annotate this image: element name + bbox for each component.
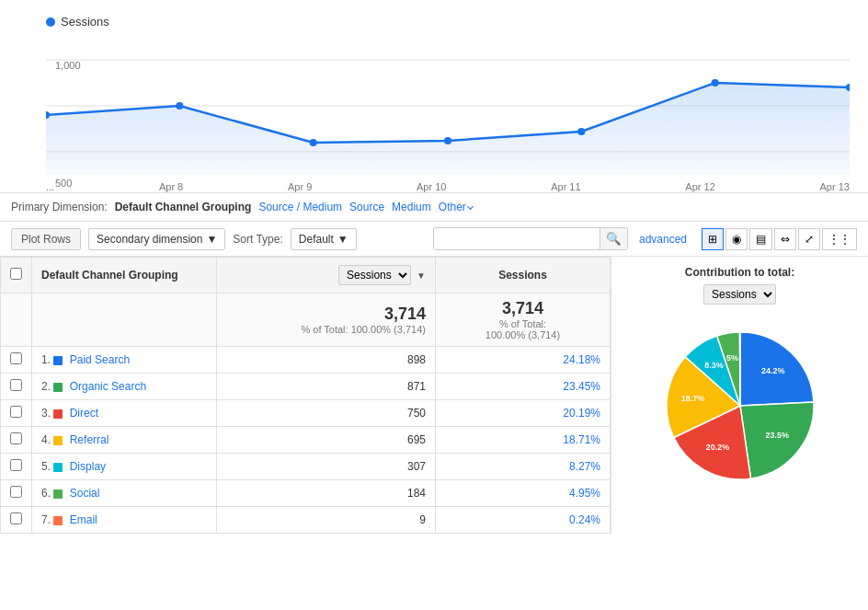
row-pct: 18.71% [435,427,610,454]
x-label-1: Apr 8 [159,181,183,192]
total-label-cell [32,293,217,347]
sort-type-dropdown[interactable]: Default ▼ [291,228,357,250]
row-checkbox[interactable] [10,379,22,391]
row-number: 4. [41,433,51,446]
chart-svg [46,32,850,175]
row-sessions: 307 [217,454,436,480]
total-col3-pct: % of Total: 100.00% (3,714) [445,318,600,340]
pie-label: 23.5% [765,431,789,440]
chart-legend: Sessions [46,9,850,32]
pie-segment [739,332,740,406]
svg-point-6 [310,139,317,146]
chart-container: Sessions 1,000 500 [0,0,868,193]
dim-link-source-medium[interactable]: Source / Medium [258,201,342,213]
secondary-dim-label: Secondary dimension [97,233,202,246]
row-checkbox[interactable] [10,406,22,418]
row-channel-cell: 2. Organic Search [32,374,217,400]
view-grid-button[interactable]: ⊞ [702,228,724,250]
row-checkbox-cell [1,400,32,427]
row-checkbox-cell [1,454,32,480]
channel-link[interactable]: Referral [70,433,109,446]
table-row: 4. Referral 695 18.71% [1,427,611,454]
pie-container: Contribution to total: Sessions 24.2%23.… [611,257,868,534]
channel-color-dot [53,463,63,472]
x-label-5: Apr 12 [685,181,714,192]
col2-select[interactable]: Sessions [338,265,411,285]
row-checkbox[interactable] [10,512,22,524]
channel-link[interactable]: Organic Search [70,380,146,393]
row-channel-cell: 1. Paid Search [32,347,217,374]
channel-link[interactable]: Paid Search [70,353,130,366]
row-pct: 24.18% [435,347,610,374]
x-label-0: ... [46,181,54,192]
pie-select[interactable]: Sessions [703,284,776,305]
row-pct: 4.95% [435,480,610,507]
dim-link-source[interactable]: Source [349,201,384,213]
row-pct: 8.27% [435,454,610,480]
table-row: 3. Direct 750 20.19% [1,400,611,427]
table-row: 5. Display 307 8.27% [1,454,611,480]
row-checkbox-cell [1,507,32,534]
row-checkbox[interactable] [10,486,22,498]
legend-label: Sessions [61,15,109,29]
search-input[interactable] [434,229,600,249]
view-pie-button[interactable]: ◉ [725,228,748,250]
chart-x-labels: ... Apr 8 Apr 9 Apr 10 Apr 11 Apr 12 Apr… [46,178,850,192]
total-sessions-cell: 3,714 % of Total: 100.00% (3,714) [217,293,436,347]
pie-segment [740,402,814,478]
svg-point-9 [712,79,719,86]
data-table-container: Default Channel Grouping Sessions ▼ Sess… [0,257,868,534]
y-label-high: 1,000 [55,60,81,71]
primary-dim-label: Primary Dimension: [11,201,108,213]
advanced-link[interactable]: advanced [639,233,687,246]
row-number: 1. [41,353,51,366]
row-number: 6. [41,487,51,500]
row-checkbox[interactable] [10,459,22,471]
row-pct: 0.24% [435,507,610,534]
channel-color-dot [53,436,63,445]
row-checkbox[interactable] [10,432,22,444]
row-channel-cell: 6. Social [32,480,217,507]
view-compare-button[interactable]: ⇔ [774,228,796,250]
sort-chevron-icon: ▼ [337,233,348,246]
search-icon: 🔍 [606,232,622,246]
total-row: 3,714 % of Total: 100.00% (3,714) 3,714 … [1,293,611,347]
sort-type-label: Sort Type: [233,233,282,246]
row-channel-cell: 5. Display [32,454,217,480]
data-table: Default Channel Grouping Sessions ▼ Sess… [0,257,611,534]
y-label-low: 500 [55,178,81,189]
view-bar-button[interactable]: ▤ [749,228,772,250]
plot-rows-button[interactable]: Plot Rows [11,228,81,250]
channel-link[interactable]: Display [70,460,106,473]
view-pivot-button[interactable]: ⤢ [798,228,820,250]
channel-color-dot [53,516,63,525]
dim-link-medium[interactable]: Medium [392,201,431,213]
row-number: 3. [41,407,51,420]
row-sessions: 750 [217,400,436,427]
row-channel-cell: 7. Email [32,507,217,534]
pie-svg-container: 24.2%23.5%20.2%18.7%8.3%5% [621,314,859,498]
total-col3-cell: 3,714 % of Total: 100.00% (3,714) [435,293,610,347]
other-label: Other [439,201,466,213]
channel-link[interactable]: Email [70,513,97,526]
x-label-4: Apr 11 [551,181,580,192]
total-checkbox-cell [1,293,32,347]
select-all-checkbox[interactable] [10,268,22,280]
sort-arrow-icon: ▼ [417,270,426,281]
col-channel-header: Default Channel Grouping [32,258,217,293]
row-checkbox-cell [1,480,32,507]
row-checkbox[interactable] [10,352,22,364]
other-dropdown[interactable]: Other [439,201,473,213]
view-custom-button[interactable]: ⋮⋮ [822,228,857,250]
search-button[interactable]: 🔍 [600,228,627,249]
table-row: 7. Email 9 0.24% [1,507,611,534]
view-icons: ⊞ ◉ ▤ ⇔ ⤢ ⋮⋮ [702,228,857,250]
secondary-dimension-dropdown[interactable]: Secondary dimension ▼ [88,228,225,250]
legend-dot [46,17,55,27]
row-sessions: 184 [217,480,436,507]
row-sessions: 898 [217,347,436,374]
channel-link[interactable]: Social [70,487,100,500]
row-sessions: 9 [217,507,436,534]
channel-link[interactable]: Direct [70,407,98,420]
row-pct: 20.19% [435,400,610,427]
